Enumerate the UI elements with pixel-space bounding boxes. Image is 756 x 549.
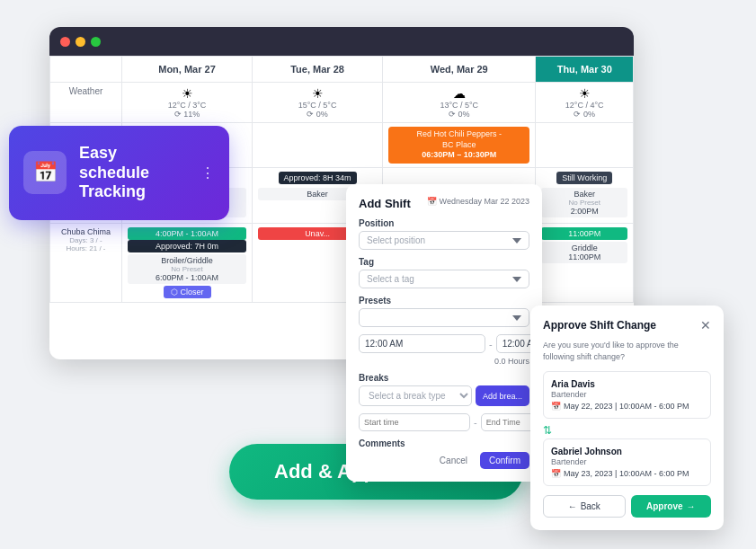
shift-card-1: Aria Davis Bartender 📅 May 22, 2023 | 10… [543,371,711,419]
weather-icon-tue: ☀ [258,86,377,101]
presets-select[interactable] [359,308,529,327]
close-button[interactable]: ✕ [700,318,711,332]
person2-role: Bartender [551,457,703,466]
event-thu [536,123,634,168]
person1-role: Bartender [551,390,703,399]
col-header-wed: Wed, Mar 29 [383,57,536,83]
modal-footer: Cancel Confirm [359,452,529,469]
weather-precip-tue: ⟳ 0% [258,110,377,119]
approve-label: Approve [646,501,683,511]
baker-role-thu: Baker [545,190,624,199]
weather-temp-thu: 12°C / 4°C [541,101,627,110]
approve-description: Are you sure you'd like to approve the f… [543,340,711,362]
break-select[interactable]: Select a break type [359,385,472,406]
add-shift-title: Add Shift [359,197,411,210]
titlebar [49,27,634,56]
weather-temp-wed: 13°C / 5°C [388,101,529,110]
calendar-icon-2: 📅 [551,469,561,478]
weather-precip-wed: ⟳ 0% [388,110,529,119]
dot-red[interactable] [60,37,70,47]
person2-detail: 📅 May 23, 2023 | 10:00AM - 6:00 PM [551,469,703,478]
tracking-title: Easy schedule Tracking [79,144,188,202]
approve-footer: ← Back Approve → [543,495,711,518]
tracking-menu-icon[interactable]: ⋮ [200,164,215,182]
person1-date: May 22, 2023 | 10:00AM - 6:00 PM [564,402,689,411]
weather-thu: ☀ 12°C / 4°C ⟳ 0% [536,83,634,123]
back-arrow-icon: ← [568,501,577,511]
tracking-card: 📅 Easy schedule Tracking ⋮ [9,126,229,220]
back-label: Back [581,501,600,511]
weather-temp-mon: 12°C / 3°C [128,101,246,110]
swap-icon: ⇅ [543,424,711,437]
break-start-input[interactable] [359,413,470,431]
closer-btn[interactable]: ⬡ Closer [164,286,211,298]
calendar-icon-1: 📅 [551,402,561,411]
weather-precip-mon: ⟳ 11% [128,110,246,119]
person1-name: Aria Davis [551,379,703,389]
time-start-input[interactable] [359,334,485,353]
thu-shift: 11:00PM [541,227,627,240]
shift-approved: Approved: 7H 0m [128,240,246,252]
break-row: Select a break type Add brea... [359,385,529,406]
closer-label: Closer [181,288,204,297]
col-header-empty [50,57,122,83]
col-header-thu: Thu, Mar 30 [536,57,634,83]
weather-label: Weather [50,83,122,123]
weather-row: Weather ☀ 12°C / 3°C ⟳ 11% ☀ 15°C / 5°C … [50,83,634,123]
no-preset-thu: No Preset [545,199,624,207]
closer-icon: ⬡ [171,288,178,297]
event-wed: Red Hot Chili Peppers -BC Place06:30PM –… [383,123,536,168]
person1-detail: 📅 May 22, 2023 | 10:00AM - 6:00 PM [551,402,703,411]
presets-label: Presets [359,296,529,305]
griddle-role: Griddle [545,244,624,252]
person-row: Chuba Chima Days: 3 / - Hours: 21 / - 4:… [50,224,634,303]
person-days: Days: 3 / - [56,236,116,244]
hours-text: 0.0 Hours [359,357,529,366]
calendar-icon: 📅 [427,197,437,206]
thu-time2: 11:00PM [545,252,624,261]
col-header-tue: Tue, Mar 28 [253,57,383,83]
tag-select[interactable]: Select a tag [359,270,529,288]
weather-icon-mon: ☀ [128,86,246,101]
weather-temp-tue: 15°C / 5°C [258,101,377,110]
dot-green[interactable] [91,37,101,47]
comments-label: Comments [359,438,529,448]
weather-icon-thu: ☀ [541,86,627,101]
back-button[interactable]: ← Back [543,495,626,518]
shift2-time: 6:00PM - 1:00AM [131,273,243,282]
time-separator: - [489,339,493,350]
person-mon: 4:00PM - 1:00AM Approved: 7H 0m Broiler/… [122,224,253,303]
breaks-label: Breaks [359,373,529,383]
shift-card-2: Gabriel Johnson Bartender 📅 May 23, 2023… [543,438,711,486]
person-thu: 11:00PM Griddle 11:00PM [536,224,634,303]
event-badge: Red Hot Chili Peppers -BC Place06:30PM –… [388,127,529,164]
position-select[interactable]: Select position [359,231,529,250]
baker-thu: Baker No Preset 2:00PM [541,188,627,217]
baker-time-thu: 2:00PM [545,207,624,216]
person-hours: Hours: 21 / - [56,244,116,252]
confirm-button[interactable]: Confirm [480,452,529,469]
time-row: - [359,334,529,353]
approve-shift-modal: Approve Shift Change ✕ Are you sure you'… [530,305,724,530]
position-label: Position [359,218,529,228]
thu-griddle: Griddle 11:00PM [541,242,627,263]
shift-green: 4:00PM - 1:00AM [128,227,246,240]
cancel-button[interactable]: Cancel [432,452,475,469]
person-info-cell: Chuba Chima Days: 3 / - Hours: 21 / - [50,224,122,303]
shift-role2: Broiler/Griddle No Preset 6:00PM - 1:00A… [128,254,246,284]
tag-label: Tag [359,257,529,267]
weather-mon: ☀ 12°C / 3°C ⟳ 11% [122,83,253,123]
col-header-mon: Mon, Mar 27 [122,57,253,83]
person-name: Chuba Chima [56,227,116,236]
dot-yellow[interactable] [76,37,85,47]
add-break-button[interactable]: Add brea... [476,385,529,406]
weather-precip-thu: ⟳ 0% [541,110,627,119]
approve-header: Approve Shift Change ✕ [543,318,711,332]
add-shift-modal: Add Shift 📅 Wednesday Mar 22 2023 Positi… [346,184,542,482]
break-sep: - [474,413,477,431]
tracking-icon: 📅 [23,151,67,194]
approve-button[interactable]: Approve → [631,495,712,518]
event-tue [253,123,383,168]
broiler-role: Broiler/Griddle [131,256,243,265]
approved-thu: Still Working Baker No Preset 2:00PM [536,168,634,224]
